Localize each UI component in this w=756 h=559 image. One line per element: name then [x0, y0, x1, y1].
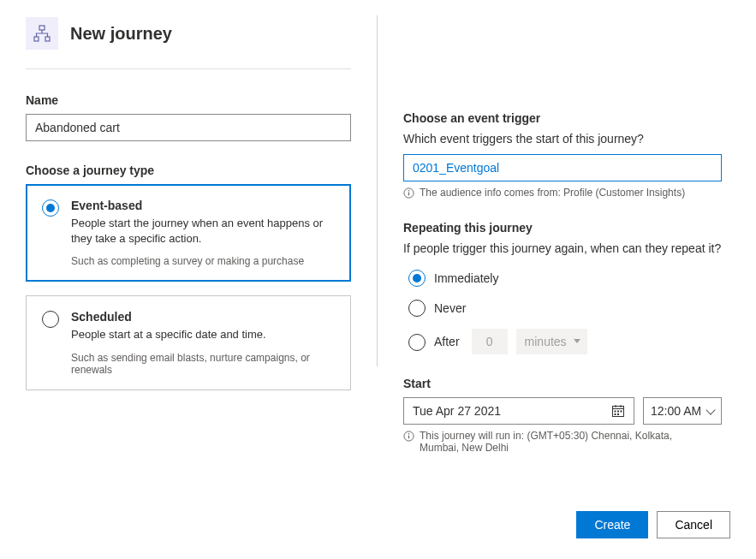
radio-label: Never — [434, 301, 466, 315]
create-button[interactable]: Create — [576, 511, 648, 538]
svg-point-16 — [408, 433, 409, 434]
card-desc: People start at a specific date and time… — [71, 327, 335, 342]
page-title: New journey — [70, 24, 172, 44]
card-title: Scheduled — [71, 310, 335, 324]
chevron-down-icon — [705, 405, 715, 414]
info-icon — [403, 187, 414, 199]
journey-type-event-based[interactable]: Event-based People start the journey whe… — [26, 184, 351, 282]
start-label: Start — [403, 377, 730, 390]
cancel-button[interactable]: Cancel — [657, 511, 730, 538]
svg-rect-10 — [615, 411, 616, 413]
radio-after[interactable] — [408, 334, 426, 351]
svg-rect-12 — [621, 411, 622, 413]
trigger-label: Choose an event trigger — [403, 111, 730, 125]
repeat-immediately-row[interactable]: Immediately — [408, 269, 730, 287]
header-divider — [26, 68, 351, 69]
trigger-info: The audience info comes from: Profile (C… — [420, 187, 685, 199]
svg-point-4 — [408, 190, 409, 191]
repeat-after-row[interactable]: After minutes — [408, 329, 730, 354]
card-hint: Such as sending email blasts, nurture ca… — [71, 352, 335, 376]
svg-rect-0 — [39, 26, 45, 30]
start-date-value: Tue Apr 27 2021 — [413, 404, 501, 418]
repeat-never-row[interactable]: Never — [408, 299, 730, 317]
svg-rect-1 — [34, 37, 39, 41]
card-desc: People start the journey when an event h… — [71, 216, 335, 247]
name-input[interactable] — [26, 114, 351, 141]
repeat-sublabel: If people trigger this journey again, wh… — [403, 241, 730, 255]
radio-never[interactable] — [408, 300, 426, 317]
card-title: Event-based — [71, 199, 335, 212]
svg-rect-2 — [45, 37, 50, 41]
card-hint: Such as completing a survey or making a … — [71, 255, 335, 267]
calendar-icon — [611, 404, 625, 418]
name-label: Name — [26, 93, 351, 107]
start-date-input[interactable]: Tue Apr 27 2021 — [403, 397, 634, 425]
start-info: This journey will run in: (GMT+05:30) Ch… — [420, 430, 711, 454]
svg-rect-17 — [408, 436, 409, 439]
start-time-input[interactable]: 12:00 AM — [643, 397, 722, 425]
after-unit-label: minutes — [525, 335, 567, 348]
radio-immediately[interactable] — [408, 270, 426, 287]
start-time-value: 12:00 AM — [651, 404, 701, 418]
svg-rect-13 — [615, 413, 616, 415]
info-icon — [403, 431, 414, 442]
repeat-label: Repeating this journey — [403, 221, 730, 235]
journey-icon-box — [26, 17, 58, 50]
trigger-sublabel: Which event triggers the start of this j… — [403, 132, 730, 146]
svg-rect-5 — [408, 193, 409, 196]
svg-rect-14 — [617, 413, 619, 415]
radio-label: Immediately — [434, 271, 498, 285]
after-value-input[interactable] — [472, 329, 508, 354]
trigger-value: 0201_Eventgoal — [413, 161, 499, 175]
trigger-input[interactable]: 0201_Eventgoal — [403, 154, 722, 181]
sitemap-icon — [33, 25, 51, 42]
radio-label: After — [434, 335, 460, 348]
radio-event-based[interactable] — [42, 199, 59, 217]
radio-scheduled[interactable] — [42, 311, 59, 328]
svg-rect-11 — [617, 411, 619, 413]
journey-type-scheduled[interactable]: Scheduled People start at a specific dat… — [26, 295, 351, 390]
journey-type-label: Choose a journey type — [26, 164, 351, 177]
after-unit-select[interactable]: minutes — [516, 329, 587, 354]
